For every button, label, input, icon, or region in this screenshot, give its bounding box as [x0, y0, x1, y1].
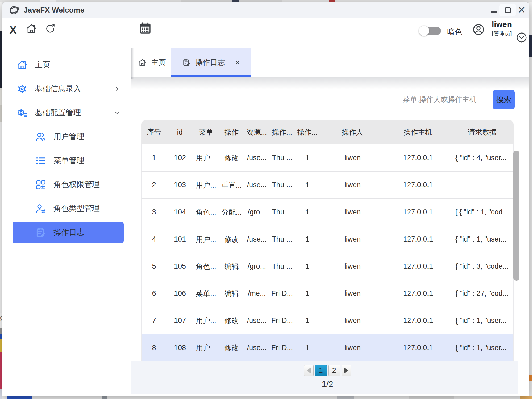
table-cell: 编辑 [219, 253, 244, 280]
sidebar-item-gear[interactable]: 基础信息录入 [13, 78, 124, 100]
table-cell: Thu ... [269, 226, 295, 253]
background-fragment [409, 396, 454, 399]
sidebar-collapse-button[interactable]: X [9, 24, 17, 36]
chevron-down-icon [113, 109, 121, 117]
background-fragment [0, 88, 2, 105]
tab-label: 主页 [151, 57, 166, 68]
table-row[interactable]: 4101用户...修改/use...Thu ...1liwen127.0.0.1… [141, 226, 514, 253]
minimize-button[interactable] [491, 11, 497, 13]
table-cell: 修改 [219, 307, 244, 334]
sidebar-item-home[interactable]: 主页 [13, 54, 124, 76]
table-cell: 127.0.0.1 [385, 172, 451, 198]
table-header: 序号id菜单操作资源...操作...操作...操作人操作主机请求数据 [141, 120, 514, 144]
table-cell: { "id" : 27, "cod... [451, 280, 514, 307]
table-cell: Fri D... [269, 280, 295, 307]
user-name[interactable]: liwen [492, 20, 512, 29]
avatar-icon[interactable] [472, 23, 485, 36]
chevron-right-icon [113, 85, 121, 93]
column-header[interactable]: 资源... [244, 127, 269, 137]
table-cell: 修改 [219, 334, 244, 361]
table-row[interactable]: 1102用户...修改/use...Thu ...1liwen127.0.0.1… [141, 144, 514, 172]
table-cell: 101 [167, 226, 193, 253]
maximize-button[interactable] [505, 7, 511, 13]
tab-log[interactable]: 操作日志× [171, 48, 251, 77]
sidebar-item-gear-config[interactable]: 基础配置管理 [13, 102, 124, 124]
refresh-icon[interactable] [44, 23, 56, 34]
table-cell: liwen [320, 226, 385, 253]
column-header[interactable]: 操作... [269, 127, 295, 137]
sidebar-item-roles[interactable]: 角色权限管理 [13, 174, 124, 196]
calendar-icon[interactable] [139, 22, 152, 35]
dark-mode-toggle[interactable] [420, 27, 441, 35]
column-header[interactable]: 序号 [141, 127, 167, 137]
table-cell: 2 [142, 172, 167, 198]
table-cell: 1 [142, 144, 167, 171]
table-cell [451, 172, 514, 198]
gear-config-icon [16, 107, 28, 119]
table-cell: 用户... [193, 307, 219, 334]
background-fragment [337, 396, 354, 399]
table-cell: 106 [167, 280, 193, 307]
table-row[interactable]: 6106菜单...编辑/me...Fri D...1liwen127.0.0.1… [141, 280, 514, 307]
tab-close-icon[interactable]: × [235, 58, 240, 68]
table-cell: { "id" : 1, "user... [451, 307, 514, 334]
user-role: [管理员] [492, 30, 512, 37]
column-header[interactable]: 菜单 [193, 127, 219, 137]
toolbar-nav-input[interactable] [75, 31, 136, 43]
sidebar-item-users[interactable]: 用户管理 [13, 126, 124, 148]
sidebar-item-label: 基础信息录入 [35, 84, 81, 94]
close-button[interactable]: × [516, 2, 527, 17]
table-cell: liwen [320, 334, 385, 361]
background-fragment [0, 105, 2, 122]
search-input[interactable] [403, 91, 489, 108]
tab-bar: 主页操作日志× [131, 48, 529, 77]
toolbar: X [2, 18, 529, 48]
table-cell: 用户... [193, 226, 219, 253]
column-header[interactable]: id [167, 128, 193, 136]
table-cell: liwen [320, 307, 385, 334]
table-row[interactable]: 8108用户...修改/use...Fri D...1liwen127.0.0.… [141, 334, 514, 361]
background-fragment [232, 0, 239, 2]
table-cell: 1 [295, 253, 320, 280]
page-button-2[interactable]: 2 [328, 365, 340, 376]
tab-home[interactable]: 主页 [135, 48, 169, 77]
table-row[interactable]: 3104角色...分配.../gro...Thu ...1liwen127.0.… [141, 199, 514, 226]
table-cell: 菜单... [193, 280, 219, 307]
column-header[interactable]: 操作人 [320, 127, 385, 137]
table-cell: 1 [295, 307, 320, 334]
user-menu-chevron-down-icon[interactable] [516, 32, 527, 43]
table-row[interactable]: 7107用户...修改/use...Fri D...1liwen127.0.0.… [141, 307, 514, 334]
table-row[interactable]: 2103用户...重置.../use...Thu ...1liwen127.0.… [141, 172, 514, 199]
table-cell: 4 [142, 226, 167, 253]
search-button[interactable]: 搜索 [493, 90, 515, 109]
sidebar-item-label: 用户管理 [53, 131, 84, 142]
table-cell: 修改 [219, 226, 244, 253]
home-icon[interactable] [25, 23, 38, 35]
vertical-scrollbar-thumb[interactable] [513, 151, 519, 281]
next-page-button[interactable] [342, 365, 351, 376]
background-fragment [181, 0, 282, 2]
table-cell: /gro... [244, 253, 269, 280]
sidebar-item-list[interactable]: 菜单管理 [13, 150, 124, 172]
table-cell: liwen [320, 253, 385, 280]
sidebar-item-log[interactable]: 操作日志 [13, 222, 124, 243]
table-cell: liwen [320, 280, 385, 307]
table-cell: liwen [320, 199, 385, 226]
next-arrow-icon [344, 368, 348, 373]
table-cell: { "id" : 1, "user... [451, 226, 514, 253]
table-cell: 1 [295, 144, 320, 171]
column-header[interactable]: 操作主机 [385, 127, 451, 137]
column-header[interactable]: 操作... [295, 127, 320, 137]
table-cell: 7 [142, 307, 167, 334]
page-button-1[interactable]: 1 [315, 365, 327, 376]
column-header[interactable]: 操作 [219, 127, 244, 137]
background-fragment [529, 35, 532, 57]
home-icon [16, 59, 28, 71]
column-header[interactable]: 请求数据 [451, 127, 514, 137]
table-cell: 8 [142, 334, 167, 361]
table-row[interactable]: 5105角色...编辑/gro...Thu ...1liwen127.0.0.1… [141, 253, 514, 280]
sidebar-item-roletype[interactable]: 角色类型管理 [13, 198, 124, 219]
app-window: JavaFX Welcome × X [2, 2, 529, 396]
prev-page-button[interactable] [304, 365, 314, 376]
sidebar-shadow [131, 48, 134, 79]
